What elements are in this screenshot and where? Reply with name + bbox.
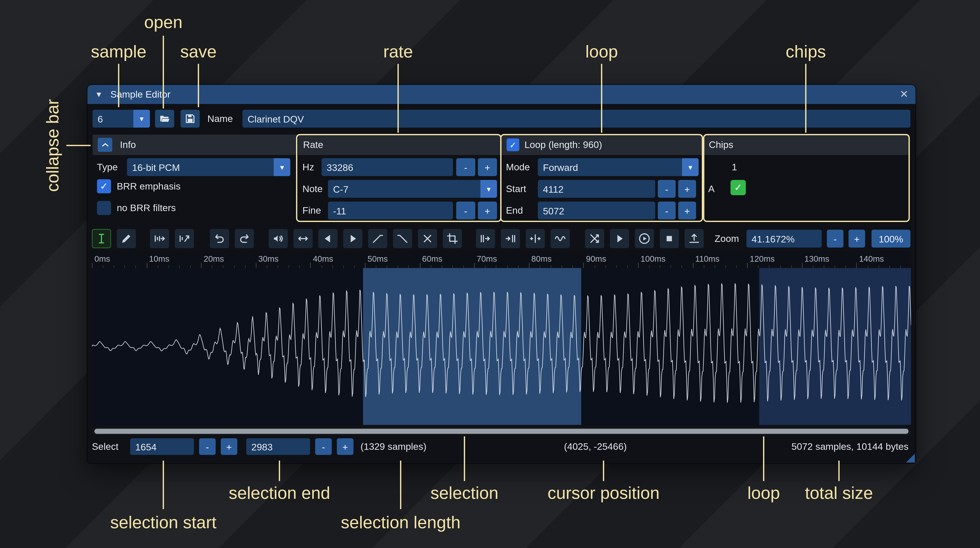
ruler-minor-tick <box>758 265 759 268</box>
annotation-collapse-bar: collapse bar <box>43 99 63 192</box>
select-tool-button[interactable] <box>92 229 111 249</box>
no-brr-filters-checkbox[interactable] <box>97 201 111 215</box>
paste-mix-button[interactable] <box>526 229 545 249</box>
crossfade-button[interactable] <box>585 229 604 249</box>
ruler-tick <box>420 263 420 268</box>
stop-icon <box>663 232 676 245</box>
ruler-label: 140ms <box>859 254 884 264</box>
ruler-minor-tick <box>321 265 322 268</box>
ruler-tick <box>92 263 92 268</box>
selection-start-minus-button[interactable]: - <box>199 438 216 455</box>
ruler-label: 30ms <box>258 254 279 264</box>
ruler-label: 20ms <box>204 254 224 264</box>
ruler-tick <box>638 263 639 268</box>
redo-button[interactable] <box>235 229 254 249</box>
ruler-minor-tick <box>430 265 431 268</box>
scrollbar-thumb[interactable] <box>94 429 908 434</box>
ruler-minor-tick <box>158 265 158 268</box>
annotation-line <box>763 436 764 481</box>
time-ruler[interactable]: 0ms10ms20ms30ms40ms50ms60ms70ms80ms90ms1… <box>92 252 911 268</box>
window-title: Sample Editor <box>110 85 170 104</box>
annotation-line <box>601 64 602 133</box>
annotation-selection-start: selection start <box>110 513 216 533</box>
annotation-total-size: total size <box>805 484 873 503</box>
trim-button[interactable] <box>443 229 462 249</box>
waveform-scrollbar[interactable] <box>92 427 911 435</box>
ruler-minor-tick <box>889 265 890 268</box>
ruler-minor-tick <box>169 265 169 268</box>
resample-button[interactable] <box>175 229 194 249</box>
ruler-label: 120ms <box>750 254 775 264</box>
fade-out-button[interactable] <box>393 229 412 249</box>
insert-silence-button[interactable] <box>476 229 495 249</box>
selection-start-input[interactable]: 1654 <box>130 438 194 455</box>
chevron-down-icon[interactable]: ▼ <box>274 158 290 176</box>
selection-end-minus-button[interactable]: - <box>315 438 332 455</box>
amplify-button[interactable] <box>269 229 288 249</box>
save-button[interactable] <box>180 110 200 127</box>
upload-icon <box>688 232 700 245</box>
annotation-line <box>118 64 119 107</box>
zoom-plus-button[interactable]: + <box>848 230 865 247</box>
export-button[interactable] <box>685 229 704 249</box>
mix-icon <box>529 232 541 245</box>
draw-tool-button[interactable] <box>117 229 136 249</box>
ruler-minor-tick <box>299 265 300 268</box>
ruler-tick <box>310 263 311 268</box>
fade-in-button[interactable] <box>368 229 387 249</box>
save-floppy-icon <box>185 113 196 124</box>
ruler-minor-tick <box>846 265 846 268</box>
window-collapse-icon[interactable]: ▼ <box>95 85 103 104</box>
selection-end-input[interactable]: 2983 <box>246 438 310 455</box>
stop-button[interactable] <box>660 229 679 249</box>
ruler-tick <box>146 263 147 268</box>
ruler-minor-tick <box>507 265 508 268</box>
ruler-minor-tick <box>562 265 562 268</box>
window-titlebar[interactable]: ▼ Sample Editor ✕ <box>88 85 915 104</box>
chevron-down-icon[interactable]: ▼ <box>133 110 150 127</box>
annotation-line <box>279 460 280 481</box>
annotation-line <box>400 460 401 509</box>
zoom-reset-button[interactable]: 100% <box>872 230 910 247</box>
fade-out-icon <box>396 232 409 245</box>
waveform-view[interactable] <box>92 268 911 425</box>
zoom-input[interactable]: 41.1672% <box>746 230 822 247</box>
delete-button[interactable] <box>418 229 437 249</box>
info-panel-header[interactable]: Info <box>92 135 298 155</box>
annotation-selection-length: selection length <box>341 513 461 533</box>
collapse-bar-button[interactable] <box>98 138 112 152</box>
preview-button[interactable] <box>610 229 629 249</box>
annotation-line <box>163 36 164 108</box>
tri-left-icon <box>321 232 334 245</box>
ruler-minor-tick <box>900 265 901 268</box>
reverse-button[interactable] <box>318 229 337 249</box>
zoom-minus-button[interactable]: - <box>827 230 843 247</box>
pencil-icon <box>120 232 133 245</box>
selection-start-plus-button[interactable]: + <box>221 438 237 455</box>
ruler-label: 0ms <box>94 254 110 264</box>
invert-button[interactable] <box>343 229 363 249</box>
resize-grip[interactable] <box>906 454 915 462</box>
sample-name-input[interactable]: Clarinet DQV <box>242 110 910 127</box>
play-note-button[interactable] <box>635 229 654 249</box>
type-value: 16-bit PCM <box>132 158 180 176</box>
apply-silence-button[interactable] <box>501 229 520 249</box>
loop-annotation-box <box>500 134 703 222</box>
brr-emphasis-checkbox[interactable]: ✓ <box>97 179 111 193</box>
undo-button[interactable] <box>210 229 229 249</box>
cross-icon <box>421 232 434 245</box>
close-icon[interactable]: ✕ <box>896 85 912 104</box>
open-button[interactable] <box>155 110 174 127</box>
sample-selector[interactable]: 6 ▼ <box>92 110 150 127</box>
ruler-label: 40ms <box>313 254 333 264</box>
selection-end-plus-button[interactable]: + <box>337 438 353 455</box>
ruler-minor-tick <box>125 265 125 268</box>
type-selector[interactable]: 16-bit PCM ▼ <box>127 158 290 176</box>
ruler-minor-tick <box>278 265 278 268</box>
arrows-h-icon <box>297 232 310 245</box>
resize-button[interactable] <box>150 229 169 249</box>
normalize-button[interactable] <box>293 229 313 249</box>
filter-button[interactable] <box>550 229 570 249</box>
type-label: Type <box>97 156 118 178</box>
ruler-tick <box>365 263 366 268</box>
